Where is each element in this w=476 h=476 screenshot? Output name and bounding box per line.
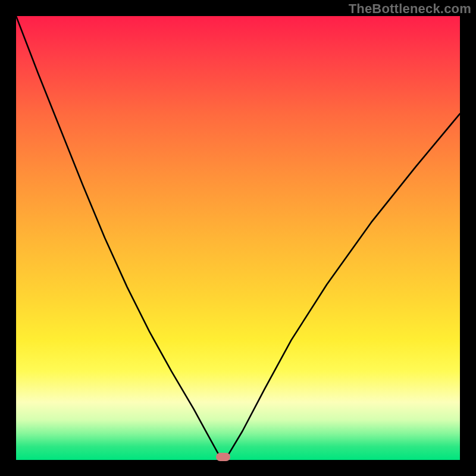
optimal-point-marker (216, 453, 230, 461)
watermark-text: TheBottleneck.com (349, 1, 471, 17)
chart-frame: TheBottleneck.com (0, 0, 476, 476)
chart-gradient-background (16, 16, 460, 460)
